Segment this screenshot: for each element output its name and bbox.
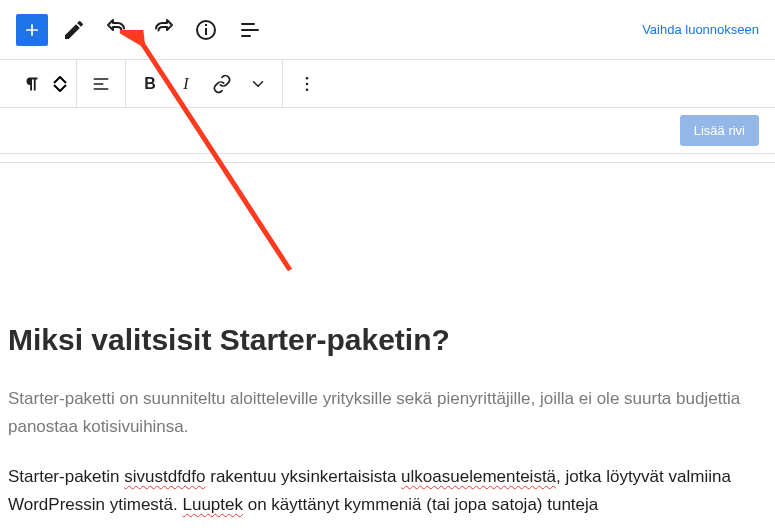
chevron-down-icon (53, 84, 67, 92)
bold-label: B (144, 75, 156, 93)
add-block-button[interactable] (16, 14, 48, 46)
bold-button[interactable]: B (132, 66, 168, 102)
redo-button[interactable] (144, 12, 180, 48)
info-button[interactable] (188, 12, 224, 48)
undo-icon (106, 18, 130, 42)
more-formatting-button[interactable] (240, 66, 276, 102)
plus-icon (22, 20, 42, 40)
pencil-icon (62, 18, 86, 42)
heading-block[interactable]: Miksi valitsisit Starter-paketin? (8, 323, 767, 357)
redo-icon (150, 18, 174, 42)
outline-button[interactable] (232, 12, 268, 48)
align-button[interactable] (83, 66, 119, 102)
add-row-button[interactable]: Lisää rivi (680, 115, 759, 146)
svg-rect-2 (205, 24, 207, 26)
paragraph-block-button[interactable] (14, 66, 50, 102)
editor-content[interactable]: Miksi valitsisit Starter-paketin? Starte… (0, 323, 775, 519)
row-bar: Lisää rivi (0, 108, 775, 154)
list-view-icon (238, 18, 262, 42)
top-toolbar: Vaihda luonnokseen (0, 0, 775, 60)
chevron-up-icon (53, 76, 67, 84)
svg-point-5 (306, 88, 309, 91)
more-vertical-icon (297, 74, 317, 94)
chevron-down-icon (249, 75, 267, 93)
align-left-icon (91, 74, 111, 94)
spellcheck-word[interactable]: ulkoasuelementeistä (401, 467, 556, 486)
text-run: rakentuu yksinkertaisista (206, 467, 402, 486)
block-toolbar: B I (0, 60, 775, 108)
italic-button[interactable]: I (168, 66, 204, 102)
spellcheck-word[interactable]: sivustdfdfo (124, 467, 205, 486)
svg-rect-1 (205, 28, 207, 35)
move-block-buttons[interactable] (50, 76, 70, 92)
italic-label: I (183, 75, 188, 93)
text-run: Starter-paketin (8, 467, 124, 486)
link-icon (212, 74, 232, 94)
paragraph-icon (21, 73, 43, 95)
text-run: on käyttänyt kymmeniä (tai jopa satoja) … (243, 495, 598, 514)
svg-point-3 (306, 76, 309, 79)
svg-point-4 (306, 82, 309, 85)
divider (0, 162, 775, 163)
undo-button[interactable] (100, 12, 136, 48)
paragraph-block-2[interactable]: Starter-paketin sivustdfdfo rakentuu yks… (8, 463, 767, 519)
edit-mode-button[interactable] (56, 12, 92, 48)
info-icon (194, 18, 218, 42)
top-toolbar-left (16, 12, 268, 48)
spellcheck-word[interactable]: Luuptek (182, 495, 243, 514)
paragraph-block-1[interactable]: Starter-paketti on suunniteltu aloittele… (8, 385, 767, 441)
more-options-button[interactable] (289, 66, 325, 102)
switch-to-draft-link[interactable]: Vaihda luonnokseen (642, 22, 759, 37)
link-button[interactable] (204, 66, 240, 102)
